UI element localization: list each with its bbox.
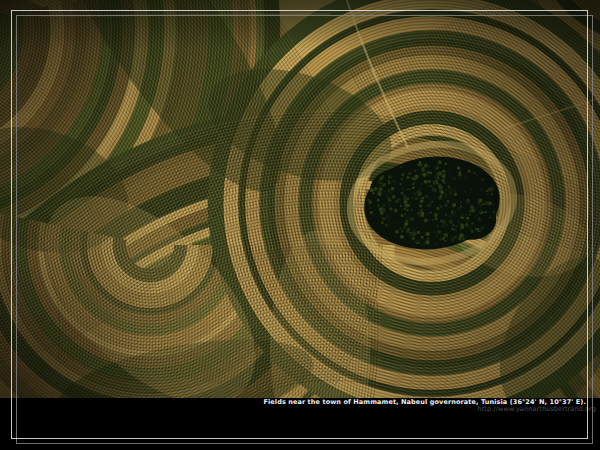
wallpaper-stage: Fields near the town of Hammamet, Nabeul… [0, 0, 600, 450]
aerial-photo-canvas [0, 0, 600, 398]
aerial-photo [0, 0, 600, 398]
photo-credit-url[interactable]: http://www.yannarthusbertrand.org [477, 406, 596, 413]
